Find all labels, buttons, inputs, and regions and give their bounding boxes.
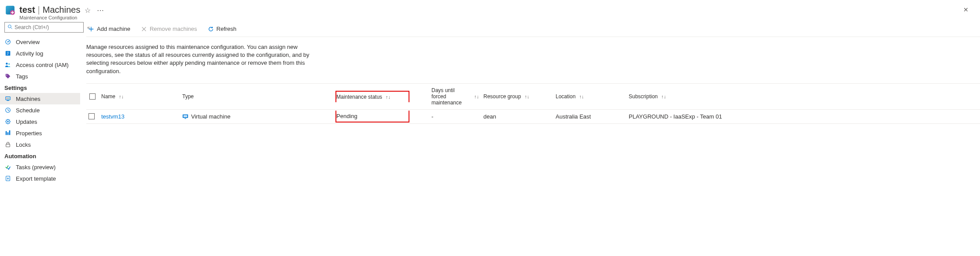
properties-icon xyxy=(4,130,11,137)
page-title-main: test xyxy=(19,5,35,15)
machines-icon xyxy=(4,95,11,102)
sidebar-item-machines[interactable]: Machines xyxy=(0,93,80,104)
sidebar-item-schedule[interactable]: Schedule xyxy=(0,104,80,116)
svg-line-22 xyxy=(8,110,9,111)
updates-icon xyxy=(4,118,11,125)
sidebar: « Overview Activity log Access control (… xyxy=(0,22,80,256)
search-icon xyxy=(7,24,13,31)
checkbox-icon xyxy=(89,93,96,100)
cell-location: Australia East xyxy=(556,110,629,123)
sidebar-item-label: Updates xyxy=(16,119,37,125)
sort-icon: ↑↓ xyxy=(661,94,666,99)
cell-value: dean xyxy=(483,113,496,120)
sidebar-item-tasks[interactable]: Tasks (preview) xyxy=(0,161,80,173)
add-machine-button[interactable]: Add machine xyxy=(86,25,132,33)
remove-icon xyxy=(141,26,147,32)
header-label: Location xyxy=(556,93,575,100)
button-label: Refresh xyxy=(217,26,237,32)
cell-subscription: PLAYGROUND - IaaSExp - Team 01 xyxy=(629,110,980,123)
header-label: Days until forced maintenance xyxy=(431,87,471,106)
sidebar-item-properties[interactable]: Properties xyxy=(0,127,80,139)
sidebar-item-label: Tags xyxy=(16,73,28,80)
overview-icon xyxy=(4,38,11,45)
access-control-icon xyxy=(4,61,11,68)
favorite-button[interactable]: ☆ xyxy=(83,5,92,16)
column-header-name[interactable]: Name ↑↓ xyxy=(101,90,182,103)
machines-table: Name ↑↓ Type Maintenance status ↑↓ xyxy=(86,83,980,124)
select-all-header[interactable] xyxy=(86,90,101,103)
column-header-location[interactable]: Location ↑↓ xyxy=(556,90,629,103)
row-select[interactable] xyxy=(86,110,101,123)
description-text: Manage resources assigned to this mainte… xyxy=(86,37,315,83)
sort-icon: ↑↓ xyxy=(524,94,529,99)
button-label: Remove machines xyxy=(150,26,197,32)
column-header-resource-group[interactable]: Resource group ↑↓ xyxy=(483,90,556,103)
sidebar-item-label: Overview xyxy=(16,39,40,45)
sidebar-item-label: Tasks (preview) xyxy=(16,164,55,171)
column-header-days[interactable]: Days until forced maintenance ↑↓ xyxy=(409,84,483,109)
cell-value: Pending xyxy=(336,113,357,119)
sidebar-item-export-template[interactable]: Export template xyxy=(0,173,80,184)
page-title-section: Machines xyxy=(43,5,81,15)
svg-point-17 xyxy=(7,98,7,99)
svg-rect-16 xyxy=(7,100,9,101)
sidebar-item-label: Machines xyxy=(16,96,41,102)
nav-group-automation: Automation xyxy=(0,150,80,161)
search-box[interactable] xyxy=(4,22,84,33)
sidebar-item-label: Properties xyxy=(16,130,42,137)
sidebar-item-activity-log[interactable]: Activity log xyxy=(0,48,80,59)
table-row[interactable]: testvm13 Virtual machine Pending - dean xyxy=(86,110,980,124)
sidebar-item-label: Activity log xyxy=(16,50,43,57)
sort-icon: ↑↓ xyxy=(579,94,584,99)
svg-rect-31 xyxy=(184,119,186,119)
column-header-subscription[interactable]: Subscription ↑↓ xyxy=(629,90,980,103)
svg-rect-27 xyxy=(9,130,11,135)
svg-point-18 xyxy=(7,98,8,99)
sidebar-item-label: Access control (IAM) xyxy=(16,62,69,68)
header-label: Resource group xyxy=(483,93,521,100)
header-label: Subscription xyxy=(629,93,658,100)
cell-value: Virtual machine xyxy=(191,113,230,120)
refresh-button[interactable]: Refresh xyxy=(206,25,239,33)
title-separator: | xyxy=(38,5,40,15)
sidebar-item-overview[interactable]: Overview xyxy=(0,36,80,48)
svg-rect-26 xyxy=(7,132,9,135)
cell-type: Virtual machine xyxy=(182,110,335,123)
sidebar-item-label: Export template xyxy=(16,175,56,182)
sidebar-item-tags[interactable]: Tags xyxy=(0,70,80,82)
svg-line-4 xyxy=(11,27,12,29)
svg-point-14 xyxy=(7,75,7,76)
svg-point-19 xyxy=(9,98,10,99)
cell-resource-group: dean xyxy=(483,110,556,123)
header-label: Type xyxy=(182,93,194,100)
sidebar-item-access-control[interactable]: Access control (IAM) xyxy=(0,59,80,70)
cell-name: testvm13 xyxy=(101,110,182,123)
remove-machines-button[interactable]: Remove machines xyxy=(139,25,199,33)
resource-icon xyxy=(4,4,16,16)
vm-icon xyxy=(182,113,188,119)
svg-point-3 xyxy=(8,25,11,28)
svg-rect-28 xyxy=(6,144,10,147)
export-template-icon xyxy=(4,175,11,182)
page-header: test | Machines ☆ ⋯ Maintenance Configur… xyxy=(0,0,980,22)
column-header-status[interactable]: Maintenance status ↑↓ xyxy=(335,91,409,102)
search-input[interactable] xyxy=(15,24,81,30)
close-icon: ✕ xyxy=(963,6,969,13)
sort-icon: ↑↓ xyxy=(474,94,479,99)
sidebar-item-updates[interactable]: Updates xyxy=(0,116,80,127)
schedule-icon xyxy=(4,107,11,114)
header-label: Name xyxy=(101,93,115,100)
sidebar-item-label: Schedule xyxy=(16,107,40,114)
activity-log-icon xyxy=(4,50,11,57)
svg-line-7 xyxy=(8,41,10,42)
toolbar: Add machine Remove machines Refresh xyxy=(86,22,980,37)
close-button[interactable]: ✕ xyxy=(959,4,973,16)
ellipsis-icon: ⋯ xyxy=(97,7,104,14)
svg-point-13 xyxy=(8,63,10,65)
machine-link[interactable]: testvm13 xyxy=(101,113,125,120)
column-header-type[interactable]: Type xyxy=(182,90,335,103)
more-button[interactable]: ⋯ xyxy=(95,5,106,16)
sidebar-item-locks[interactable]: Locks xyxy=(0,139,80,150)
refresh-icon xyxy=(208,26,214,32)
svg-point-12 xyxy=(6,63,7,64)
